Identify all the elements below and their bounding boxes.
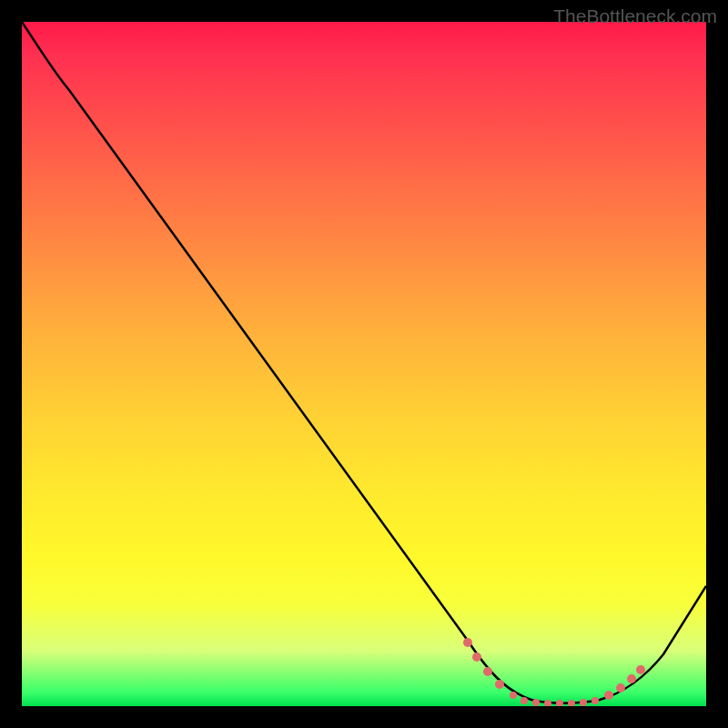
svg-point-0 [463,638,472,647]
dotted-segment [463,638,645,706]
svg-point-10 [580,699,587,706]
svg-point-5 [521,697,528,704]
svg-point-15 [636,665,645,674]
svg-point-1 [472,652,481,662]
svg-point-12 [604,691,613,700]
curve-svg [22,22,706,706]
plot-area [22,22,706,706]
main-curve [22,22,706,703]
chart-container: TheBottleneck.com [0,0,728,728]
svg-point-7 [544,700,551,706]
svg-point-13 [616,683,625,693]
watermark-text: TheBottleneck.com [553,5,717,27]
svg-point-2 [483,667,492,676]
svg-point-4 [510,692,517,699]
svg-point-9 [568,700,575,706]
svg-point-14 [627,674,636,683]
svg-point-11 [592,697,599,704]
svg-point-3 [495,680,504,689]
svg-point-8 [556,700,563,706]
svg-point-6 [532,699,540,706]
